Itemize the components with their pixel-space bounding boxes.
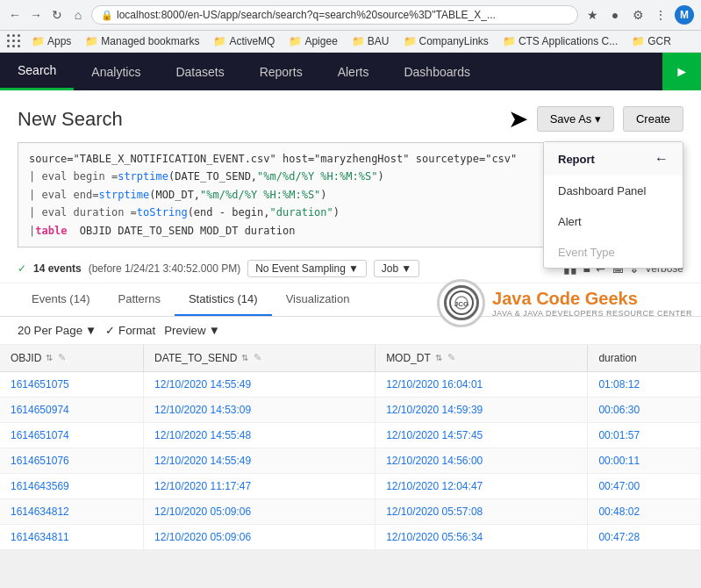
bookmark-cts[interactable]: 📁CTS Applications C... <box>499 33 621 49</box>
nav-alerts[interactable]: Alerts <box>320 53 387 90</box>
address-text: localhost:8000/en-US/app/search/search?q… <box>117 9 569 21</box>
shield-button[interactable]: ● <box>606 6 624 24</box>
tab-statistics[interactable]: Statistics (14) <box>175 283 272 316</box>
jcg-title: Java Code Geeks <box>492 289 692 309</box>
cell-objid[interactable]: 1614634812 <box>0 498 144 524</box>
cell-mod-dt[interactable]: 12/10/2020 05:56:34 <box>376 524 588 549</box>
bookmark-apps[interactable]: 📁Apps <box>28 33 75 49</box>
data-table: OBJID ⇅ ✎ DATE_TO_SEND ⇅ ✎ <box>0 345 701 550</box>
table-container: OBJID ⇅ ✎ DATE_TO_SEND ⇅ ✎ <box>0 345 701 550</box>
sampling-label: No Event Sampling <box>255 262 346 275</box>
bookmark-companylinks[interactable]: 📁CompanyLinks <box>400 33 492 49</box>
cell-objid[interactable]: 1614651075 <box>0 371 144 397</box>
edit-icon-mod-dt[interactable]: ✎ <box>447 352 455 363</box>
bookmark-managed[interactable]: 📁Managed bookmarks <box>82 33 203 49</box>
cell-objid[interactable]: 1614643569 <box>0 473 144 498</box>
header-actions: ➤ Save As ▾ Create <box>508 104 683 133</box>
tab-visualization[interactable]: Visualization <box>272 283 364 316</box>
bookmark-activemq[interactable]: 📁ActiveMQ <box>210 33 278 49</box>
search-header: New Search ➤ Save As ▾ Create <box>0 90 701 142</box>
arrow-left-indicator: ← <box>655 151 669 167</box>
sampling-button[interactable]: No Event Sampling ▼ <box>247 260 367 277</box>
format-label: ✓ Format <box>105 324 155 337</box>
cell-mod-dt[interactable]: 12/10/2020 14:56:00 <box>376 448 588 473</box>
sort-icon-date-to-send: ⇅ <box>241 353 248 362</box>
extensions-button[interactable]: ⚙ <box>629 6 647 24</box>
code-pipe3: | eval duration = <box>29 204 137 221</box>
cell-date-to-send[interactable]: 12/10/2020 14:55:49 <box>144 448 376 473</box>
cell-date-to-send[interactable]: 12/10/2020 11:17:47 <box>144 473 376 498</box>
page-content: New Search ➤ Save As ▾ Create Report ← D… <box>0 90 701 550</box>
cell-objid[interactable]: 1614651074 <box>0 422 144 448</box>
cell-date-to-send[interactable]: 12/10/2020 05:09:06 <box>144 498 376 524</box>
cell-objid[interactable]: 1614634811 <box>0 524 144 549</box>
sort-icon-mod-dt: ⇅ <box>435 353 442 362</box>
bookmark-bau[interactable]: 📁BAU <box>348 33 393 49</box>
table-header-row: OBJID ⇅ ✎ DATE_TO_SEND ⇅ ✎ <box>0 345 701 372</box>
save-as-dropdown: Report ← Dashboard Panel Alert Event Typ… <box>543 141 683 269</box>
table-row: 1614651074 12/10/2020 14:55:48 12/10/202… <box>0 422 701 448</box>
code-pipe2: | eval end= <box>29 186 98 204</box>
nav-dashboards[interactable]: Dashboards <box>386 53 488 90</box>
cell-objid[interactable]: 1614650974 <box>0 397 144 422</box>
cell-mod-dt[interactable]: 12/10/2020 05:57:08 <box>376 498 588 524</box>
cell-mod-dt[interactable]: 12/10/2020 14:59:39 <box>376 397 588 422</box>
cell-date-to-send[interactable]: 12/10/2020 14:55:49 <box>144 371 376 397</box>
code-keyword-table: table <box>35 222 67 240</box>
bookmark-gcr[interactable]: 📁GCR <box>628 33 675 49</box>
apps-grid-icon[interactable] <box>7 34 21 48</box>
code-pipe: | eval begin = <box>29 168 118 185</box>
nav-reports[interactable]: Reports <box>242 53 320 90</box>
job-button[interactable]: Job ▼ <box>374 260 419 277</box>
cell-date-to-send[interactable]: 12/10/2020 14:55:48 <box>144 422 376 448</box>
dropdown-event-type: Event Type <box>544 237 683 268</box>
back-button[interactable]: ← <box>7 7 23 23</box>
home-button[interactable]: ⌂ <box>70 7 86 23</box>
address-bar[interactable]: 🔒 localhost:8000/en-US/app/search/search… <box>91 5 578 25</box>
nav-bar: Search Analytics Datasets Reports Alerts… <box>0 53 701 90</box>
nav-datasets[interactable]: Datasets <box>158 53 241 90</box>
cell-mod-dt[interactable]: 12/10/2020 14:57:45 <box>376 422 588 448</box>
edit-icon-objid[interactable]: ✎ <box>58 352 66 363</box>
table-row: 1614634811 12/10/2020 05:09:06 12/10/202… <box>0 524 701 549</box>
cell-objid[interactable]: 1614651076 <box>0 448 144 473</box>
dropdown-alert[interactable]: Alert <box>544 206 683 237</box>
cell-date-to-send[interactable]: 12/10/2020 05:09:06 <box>144 524 376 549</box>
jcg-logo-area: JCG Java Code Geeks JAVA & JAVA DEVELOPE… <box>437 279 692 327</box>
nav-search[interactable]: Search <box>0 53 74 90</box>
cell-mod-dt[interactable]: 12/10/2020 16:04:01 <box>376 371 588 397</box>
cell-date-to-send[interactable]: 12/10/2020 14:53:09 <box>144 397 376 422</box>
create-button[interactable]: Create <box>623 106 683 132</box>
cell-mod-dt[interactable]: 12/10/2020 12:04:47 <box>376 473 588 498</box>
tab-events[interactable]: Events (14) <box>18 283 104 316</box>
per-page-label: 20 Per Page <box>18 324 82 337</box>
format-button[interactable]: ✓ Format <box>105 324 155 337</box>
reload-button[interactable]: ↻ <box>49 7 65 23</box>
sort-icon-objid: ⇅ <box>46 353 53 362</box>
forward-button[interactable]: → <box>28 7 44 23</box>
dropdown-dashboard-panel[interactable]: Dashboard Panel <box>544 176 683 206</box>
nav-action-button[interactable]: ► <box>662 53 701 90</box>
col-header-mod-dt[interactable]: MOD_DT ⇅ ✎ <box>376 345 588 372</box>
profile-button[interactable]: M <box>675 5 694 25</box>
preview-button[interactable]: Preview ▼ <box>164 324 220 337</box>
save-as-button[interactable]: Save As ▾ <box>537 106 614 132</box>
bookmark-apigee[interactable]: 📁Apigee <box>285 33 340 49</box>
menu-button[interactable]: ⋮ <box>652 6 669 24</box>
code-args: (DATE_TO_SEND, <box>168 168 257 185</box>
cell-duration: 00:47:00 <box>588 473 701 498</box>
bookmark-star-button[interactable]: ★ <box>583 6 601 24</box>
code-pipe4: | <box>29 222 35 240</box>
edit-icon-date-to-send[interactable]: ✎ <box>254 352 261 363</box>
tab-patterns[interactable]: Patterns <box>104 283 174 316</box>
table-row: 1614643569 12/10/2020 11:17:47 12/10/202… <box>0 473 701 498</box>
nav-analytics[interactable]: Analytics <box>74 53 158 90</box>
cell-duration: 01:08:12 <box>588 371 701 397</box>
code-func-tostring: toString <box>137 204 188 221</box>
dropdown-report[interactable]: Report ← <box>544 142 683 176</box>
col-header-objid[interactable]: OBJID ⇅ ✎ <box>0 345 144 372</box>
col-header-duration: duration <box>588 345 701 372</box>
per-page-button[interactable]: 20 Per Page ▼ <box>18 324 97 337</box>
code-func-strptime: strptime <box>118 168 168 185</box>
col-header-date-to-send[interactable]: DATE_TO_SEND ⇅ ✎ <box>144 345 376 372</box>
